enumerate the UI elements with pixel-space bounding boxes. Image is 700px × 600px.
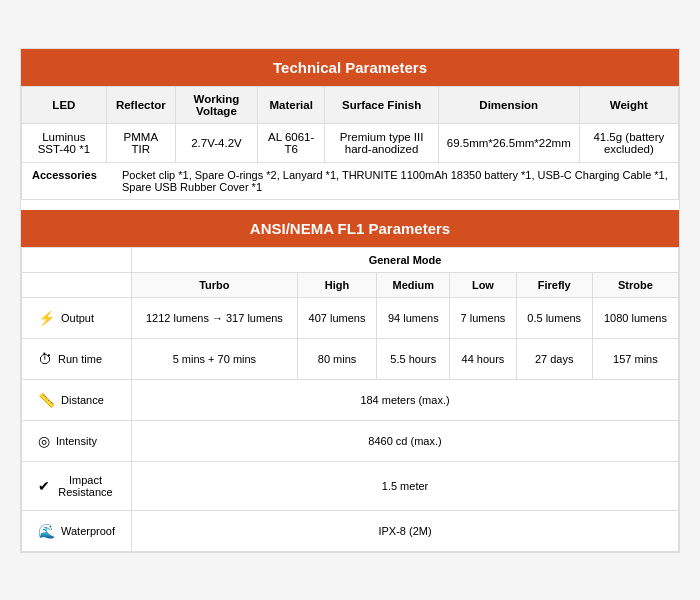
accessories-label: Accessories	[32, 169, 112, 193]
col-strobe: Strobe	[592, 272, 678, 297]
runtime-label-cell: ⏱ Run time	[22, 338, 132, 379]
main-container: Technical Parameters LED Reflector Worki…	[20, 48, 680, 553]
col-high: High	[297, 272, 377, 297]
impact-label: Impact Resistance	[56, 474, 115, 498]
val-surface: Premium type III hard-anodized	[325, 123, 438, 162]
col-medium: Medium	[377, 272, 450, 297]
col-dimension: Dimension	[438, 86, 579, 123]
waterproof-label-cell: 🌊 Waterproof	[22, 510, 132, 551]
runtime-label: Run time	[58, 353, 102, 365]
accessories-row: Accessories Pocket clip *1, Spare O-ring…	[21, 163, 679, 200]
intensity-icon: ◎	[38, 433, 50, 449]
technical-table: LED Reflector Working Voltage Material S…	[21, 86, 679, 163]
waterproof-value: IPX-8 (2M)	[132, 510, 679, 551]
col-voltage: Working Voltage	[175, 86, 257, 123]
output-label: Output	[61, 312, 94, 324]
col-led: LED	[22, 86, 107, 123]
impact-icon: ✔	[38, 478, 50, 494]
ansi-header: ANSI/NEMA FL1 Parameters	[21, 210, 679, 247]
output-icon: ⚡	[38, 310, 55, 326]
runtime-strobe: 157 mins	[592, 338, 678, 379]
col-reflector: Reflector	[106, 86, 175, 123]
runtime-medium: 5.5 hours	[377, 338, 450, 379]
waterproof-label: Waterproof	[61, 525, 115, 537]
distance-icon: 📏	[38, 392, 55, 408]
impact-value: 1.5 meter	[132, 461, 679, 510]
accessories-value: Pocket clip *1, Spare O-rings *2, Lanyar…	[122, 169, 668, 193]
output-turbo: 1212 lumens → 317 lumens	[132, 297, 298, 338]
runtime-turbo: 5 mins + 70 mins	[132, 338, 298, 379]
val-voltage: 2.7V-4.2V	[175, 123, 257, 162]
distance-value: 184 meters (max.)	[132, 379, 679, 420]
runtime-firefly: 27 days	[516, 338, 592, 379]
output-high: 407 lumens	[297, 297, 377, 338]
impact-label-cell: ✔ Impact Resistance	[22, 461, 132, 510]
val-dimension: 69.5mm*26.5mm*22mm	[438, 123, 579, 162]
val-material: AL 6061-T6	[257, 123, 325, 162]
output-label-cell: ⚡ Output	[22, 297, 132, 338]
ansi-table: General Mode Turbo High Medium Low Firef…	[21, 247, 679, 552]
runtime-high: 80 mins	[297, 338, 377, 379]
col-firefly: Firefly	[516, 272, 592, 297]
col-weight: Weight	[579, 86, 678, 123]
output-strobe: 1080 lumens	[592, 297, 678, 338]
val-reflector: PMMA TIR	[106, 123, 175, 162]
col-surface: Surface Finish	[325, 86, 438, 123]
waterproof-icon: 🌊	[38, 523, 55, 539]
intensity-label-cell: ◎ Intensity	[22, 420, 132, 461]
output-medium: 94 lumens	[377, 297, 450, 338]
col-turbo: Turbo	[132, 272, 298, 297]
runtime-low: 44 hours	[450, 338, 516, 379]
output-firefly: 0.5 lumens	[516, 297, 592, 338]
col-material: Material	[257, 86, 325, 123]
intensity-value: 8460 cd (max.)	[132, 420, 679, 461]
output-low: 7 lumens	[450, 297, 516, 338]
general-mode-label: General Mode	[132, 247, 679, 272]
col-low: Low	[450, 272, 516, 297]
intensity-label: Intensity	[56, 435, 97, 447]
runtime-icon: ⏱	[38, 351, 52, 367]
technical-header: Technical Parameters	[21, 49, 679, 86]
val-led: Luminus SST-40 *1	[22, 123, 107, 162]
val-weight: 41.5g (battery excluded)	[579, 123, 678, 162]
distance-label: Distance	[61, 394, 104, 406]
distance-label-cell: 📏 Distance	[22, 379, 132, 420]
